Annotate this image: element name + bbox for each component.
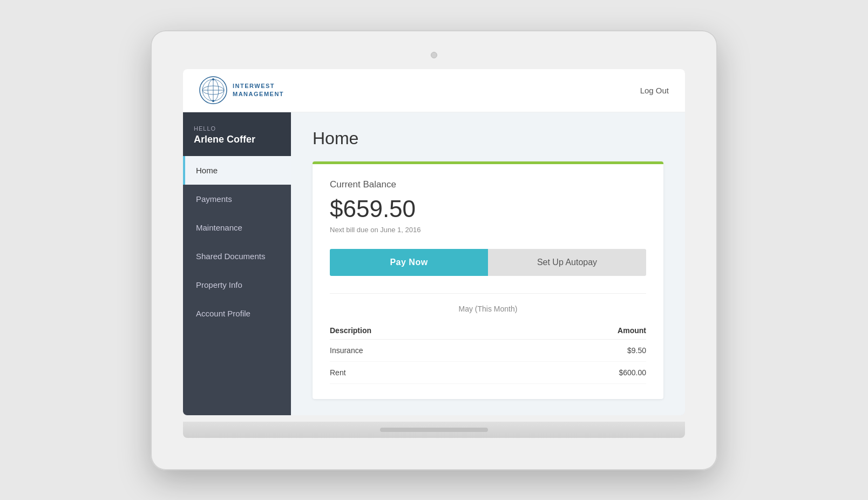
main-body: HELLO Arlene Coffer Home Payments Mainte… xyxy=(183,112,685,415)
next-bill-text: Next bill due on June 1, 2016 xyxy=(330,226,646,234)
laptop-frame: INTERWEST MANAGEMENT Log Out HELLO Arlen… xyxy=(151,30,717,470)
laptop-vent xyxy=(380,428,488,432)
sidebar-greeting: HELLO Arlene Coffer xyxy=(183,112,291,156)
billing-amount: $600.00 xyxy=(517,361,646,383)
logo-line1: INTERWEST xyxy=(233,82,284,90)
autopay-button[interactable]: Set Up Autopay xyxy=(488,249,646,276)
billing-section: May (This Month) Description Amount xyxy=(330,293,646,384)
logo-line2: MANAGEMENT xyxy=(233,90,284,98)
svg-point-7 xyxy=(212,100,214,102)
logo-area: INTERWEST MANAGEMENT xyxy=(199,76,284,104)
content-area: Home Current Balance $659.50 Next bill d… xyxy=(291,112,685,415)
pay-now-button[interactable]: Pay Now xyxy=(330,249,488,276)
sidebar-user-name: Arlene Coffer xyxy=(194,134,280,145)
sidebar-item-home[interactable]: Home xyxy=(183,156,291,185)
action-buttons: Pay Now Set Up Autopay xyxy=(330,249,646,276)
laptop-camera xyxy=(431,52,437,58)
billing-month: May (This Month) xyxy=(330,305,646,313)
sidebar-item-maintenance[interactable]: Maintenance xyxy=(183,213,291,242)
logo-text: INTERWEST MANAGEMENT xyxy=(233,82,284,99)
interwest-logo-icon xyxy=(199,76,227,104)
table-header-row: Description Amount xyxy=(330,322,646,340)
card-body: Current Balance $659.50 Next bill due on… xyxy=(313,164,663,399)
sidebar-hello-label: HELLO xyxy=(194,125,280,132)
sidebar-item-property-info[interactable]: Property Info xyxy=(183,271,291,299)
app-container: INTERWEST MANAGEMENT Log Out HELLO Arlen… xyxy=(183,69,685,415)
table-row: Rent $600.00 xyxy=(330,361,646,383)
page-title: Home xyxy=(313,129,663,148)
balance-amount: $659.50 xyxy=(330,195,646,222)
header: INTERWEST MANAGEMENT Log Out xyxy=(183,69,685,112)
balance-label: Current Balance xyxy=(330,179,646,190)
description-header: Description xyxy=(330,322,517,340)
logout-button[interactable]: Log Out xyxy=(640,86,669,95)
sidebar-item-shared-documents[interactable]: Shared Documents xyxy=(183,242,291,271)
sidebar: HELLO Arlene Coffer Home Payments Mainte… xyxy=(183,112,291,415)
billing-table: Description Amount Insurance $9.50 Rent … xyxy=(330,322,646,384)
table-row: Insurance $9.50 xyxy=(330,339,646,361)
sidebar-nav: Home Payments Maintenance Shared Documen… xyxy=(183,156,291,328)
sidebar-item-payments[interactable]: Payments xyxy=(183,185,291,213)
amount-header: Amount xyxy=(517,322,646,340)
laptop-base xyxy=(183,422,685,438)
sidebar-item-account-profile[interactable]: Account Profile xyxy=(183,299,291,328)
balance-card: Current Balance $659.50 Next bill due on… xyxy=(313,161,663,399)
svg-point-6 xyxy=(212,78,214,80)
billing-description: Rent xyxy=(330,361,517,383)
billing-amount: $9.50 xyxy=(517,339,646,361)
laptop-screen: INTERWEST MANAGEMENT Log Out HELLO Arlen… xyxy=(183,69,685,415)
billing-description: Insurance xyxy=(330,339,517,361)
